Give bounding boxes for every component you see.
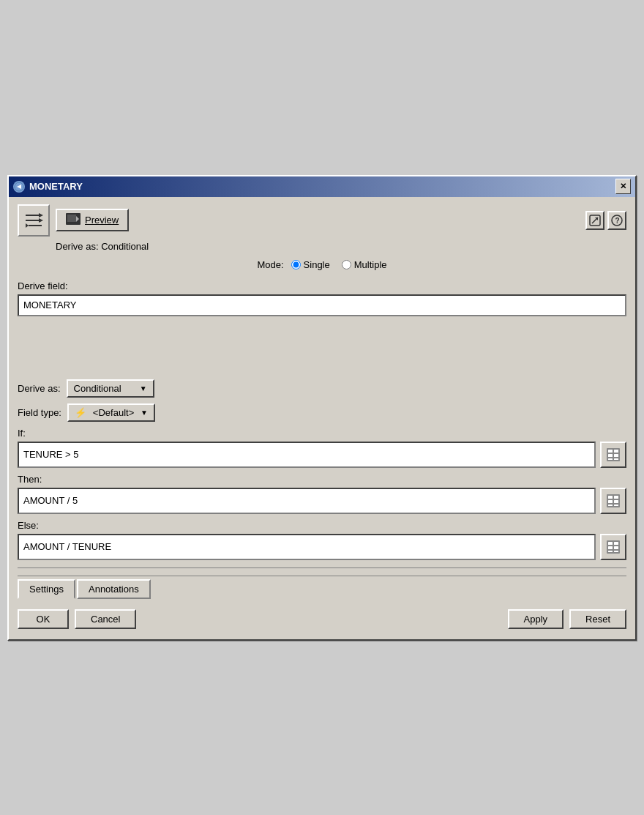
if-label: If: <box>18 428 626 439</box>
if-row <box>18 442 626 468</box>
mode-multiple[interactable]: Multiple <box>342 259 387 270</box>
close-button[interactable]: ✕ <box>615 179 631 194</box>
preview-button[interactable]: Preview <box>56 209 129 231</box>
field-type-label: Field type: <box>18 407 61 418</box>
svg-rect-34 <box>614 546 618 549</box>
svg-rect-25 <box>614 496 618 499</box>
bottom-button-row: OK Cancel Apply Reset <box>18 605 626 632</box>
field-type-arrow-icon: ▼ <box>141 409 148 417</box>
svg-rect-27 <box>614 500 618 503</box>
mode-multiple-label: Multiple <box>354 259 387 270</box>
title-bar-left: MONETARY <box>13 181 83 193</box>
derive-as-field-label: Derive as: <box>18 383 61 394</box>
svg-rect-26 <box>608 500 613 503</box>
top-bar-right: ? <box>585 211 626 230</box>
derive-as-arrow-icon: ▼ <box>140 384 147 392</box>
mode-radio-group: Single Multiple <box>291 259 387 270</box>
tab-annotations[interactable]: Annotations <box>77 579 151 599</box>
top-bar-left: Preview <box>18 204 129 237</box>
title-bar: MONETARY ✕ <box>9 176 635 197</box>
then-input[interactable] <box>18 488 596 514</box>
svg-rect-33 <box>608 546 613 549</box>
derive-as-dropdown[interactable]: Conditional ▼ <box>67 379 154 398</box>
reset-button[interactable]: Reset <box>569 609 626 629</box>
help-button[interactable]: ? <box>607 211 626 230</box>
spacer <box>18 321 626 379</box>
svg-rect-24 <box>608 496 613 499</box>
preview-icon <box>66 213 80 227</box>
else-row <box>18 534 626 560</box>
then-section: Then: <box>18 474 626 514</box>
cancel-button[interactable]: Cancel <box>75 609 136 629</box>
field-type-icon: ⚡ <box>75 407 86 418</box>
window-icon <box>13 181 25 193</box>
preview-label: Preview <box>85 215 119 226</box>
tab-settings[interactable]: Settings <box>18 579 75 599</box>
then-label: Then: <box>18 474 626 485</box>
svg-marker-5 <box>39 218 43 223</box>
derive-field-section: Derive field: <box>18 280 626 316</box>
field-type-value: <Default> <box>93 407 134 418</box>
field-type-dropdown[interactable]: ⚡ <Default> ▼ <box>67 403 155 422</box>
mode-single-label: Single <box>304 259 330 270</box>
main-window: MONETARY ✕ <box>7 175 637 641</box>
mode-single[interactable]: Single <box>291 259 330 270</box>
derive-as-label: Derive as: Conditional <box>18 241 626 252</box>
top-bar: Preview ? <box>18 204 626 237</box>
bottom-btn-left: OK Cancel <box>18 609 136 629</box>
svg-rect-32 <box>614 542 618 545</box>
derive-icon <box>18 204 50 237</box>
ok-button[interactable]: OK <box>18 609 69 629</box>
then-expr-button[interactable] <box>600 488 626 514</box>
svg-rect-36 <box>614 551 618 552</box>
else-section: Else: <box>18 520 626 560</box>
dialog-content: Preview ? D <box>9 197 635 639</box>
if-expr-button[interactable] <box>600 442 626 468</box>
divider <box>18 567 626 568</box>
field-type-row: Field type: ⚡ <Default> ▼ <box>18 403 626 422</box>
svg-rect-35 <box>608 551 613 552</box>
tab-bar: Settings Annotations <box>18 576 626 599</box>
svg-rect-29 <box>614 505 618 506</box>
svg-rect-20 <box>614 454 618 457</box>
svg-rect-17 <box>608 450 613 453</box>
derive-as-row: Derive as: Conditional ▼ <box>18 379 626 398</box>
derive-field-input[interactable] <box>18 294 626 316</box>
mode-row: Mode: Single Multiple <box>18 259 626 270</box>
else-input[interactable] <box>18 534 596 560</box>
derive-as-value: Conditional <box>74 383 121 394</box>
svg-marker-3 <box>39 213 43 217</box>
svg-rect-31 <box>608 542 613 545</box>
svg-rect-18 <box>614 450 618 453</box>
launch-button[interactable] <box>585 211 604 230</box>
if-section: If: <box>18 428 626 468</box>
bottom-btn-right: Apply Reset <box>508 609 627 629</box>
svg-marker-7 <box>26 223 29 228</box>
derive-field-label: Derive field: <box>18 280 626 291</box>
apply-button[interactable]: Apply <box>508 609 564 629</box>
else-label: Else: <box>18 520 626 531</box>
svg-rect-28 <box>608 505 613 506</box>
svg-rect-21 <box>608 458 613 460</box>
svg-rect-19 <box>608 454 613 457</box>
else-expr-button[interactable] <box>600 534 626 560</box>
window-title: MONETARY <box>29 181 83 192</box>
svg-rect-22 <box>614 458 618 460</box>
svg-rect-9 <box>67 215 76 222</box>
svg-text:?: ? <box>615 217 620 225</box>
mode-label: Mode: <box>257 259 283 270</box>
then-row <box>18 488 626 514</box>
if-input[interactable] <box>18 442 596 468</box>
